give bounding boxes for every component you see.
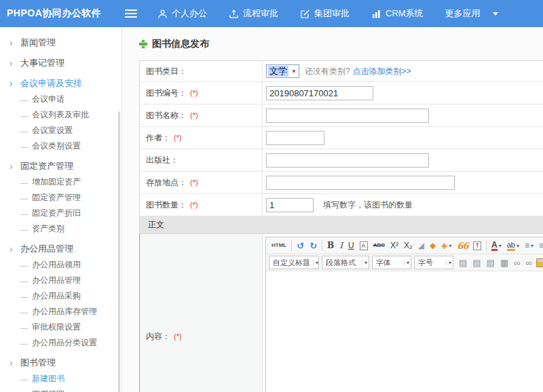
page-title-text: 图书信息发布: [152, 38, 209, 50]
sidebar-scrollbar[interactable]: [118, 111, 120, 392]
format-brush-icon[interactable]: ◆ ▾: [428, 239, 438, 252]
editor-toolbar-row1: HTML ▾ ▾: [266, 237, 543, 254]
sidebar-group-header[interactable]: › 新闻管理: [0, 35, 121, 51]
eraser-icon[interactable]: ◢ ▾: [416, 239, 426, 252]
paste-word-icon[interactable]: T ▾: [471, 239, 483, 252]
strikethrough-icon[interactable]: ABC ▾: [371, 239, 387, 252]
font-color-icon[interactable]: A ▾: [489, 239, 504, 252]
form-row-content: 内容： (*) HTML ▾: [140, 234, 543, 392]
nav-personal-office[interactable]: 个人办公: [157, 7, 207, 20]
autotypeset-icon[interactable]: ◈ ▾: [439, 239, 453, 252]
insert-table-icon[interactable]: ▦ ▾: [498, 256, 510, 269]
field-cell: [262, 149, 543, 171]
align-center-icon[interactable]: ▤ ▾: [470, 256, 483, 269]
unordered-list-icon[interactable]: ≡ ▾: [537, 239, 543, 252]
nav-label: CRM系统: [386, 7, 424, 20]
sidebar-item[interactable]: — 会议类别设置: [0, 138, 121, 154]
field-label: 图书类目：: [140, 61, 262, 81]
location-input[interactable]: [266, 176, 455, 190]
paragraph-format-select[interactable]: 段落格式 ▾: [322, 256, 369, 269]
menu-toggle-button[interactable]: [125, 9, 137, 18]
font-size-select[interactable]: 字号 ▾: [414, 256, 453, 269]
italic-icon[interactable]: I ▾: [337, 239, 345, 252]
author-input[interactable]: [266, 131, 324, 145]
unlink-icon[interactable]: ∞ ▾: [523, 256, 533, 269]
sidebar-item[interactable]: — 新建图书: [0, 371, 121, 387]
nav-more-apps[interactable]: 更多应用: [445, 7, 498, 20]
custom-title-select[interactable]: 自定义标题 ▾: [269, 256, 319, 269]
required-mark: (*): [190, 201, 198, 209]
align-left-icon[interactable]: ▤ ▾: [457, 256, 469, 269]
sidebar-item[interactable]: — 资产类别: [0, 221, 121, 237]
align-right-icon[interactable]: ▤ ▾: [485, 256, 497, 269]
superscript-icon[interactable]: X² ▾: [388, 239, 400, 252]
redo-icon[interactable]: ↻ ▾: [307, 239, 319, 252]
subscript-icon[interactable]: X₂ ▾: [402, 239, 415, 252]
quantity-input[interactable]: [266, 198, 314, 212]
editor-content-area[interactable]: [266, 271, 543, 392]
section-header: 正文: [140, 216, 543, 234]
chevron-down-icon: ▾: [313, 260, 318, 266]
category-note: 还没有类别?: [305, 66, 350, 77]
link-icon[interactable]: ∞ ▾: [512, 256, 522, 269]
chevron-down-icon: ▾: [446, 260, 451, 266]
sidebar-item[interactable]: — 图书管理: [0, 387, 121, 392]
top-navigation: 个人办公 流程审批 集团审批: [157, 7, 498, 20]
section-title: 正文: [148, 219, 164, 231]
sidebar-item[interactable]: — 会议列表及审批: [0, 107, 121, 123]
required-mark: (*): [174, 332, 182, 340]
book-name-input[interactable]: [266, 109, 429, 123]
sidebar-group-header[interactable]: › 会议申请及安排: [0, 75, 121, 92]
sidebar-group-label: 办公用品管理: [20, 243, 73, 255]
sidebar-item-label: 增加固定资产: [32, 176, 81, 188]
sidebar-item[interactable]: — 办公用品领用: [0, 257, 121, 273]
dash-icon: —: [20, 292, 28, 300]
underline-icon[interactable]: U ▾: [346, 239, 356, 252]
sidebar-item[interactable]: — 增加固定资产: [0, 174, 121, 190]
char-border-icon[interactable]: A ▾: [358, 239, 370, 252]
nav-workflow-approval[interactable]: 流程审批: [229, 7, 278, 20]
sidebar-group-header[interactable]: › 图书管理: [0, 355, 121, 371]
sidebar-group: › 会议申请及安排 — 会议申请 — 会议列表及审批: [0, 75, 121, 154]
sidebar-item[interactable]: — 审批权限设置: [0, 319, 121, 335]
required-mark: (*): [174, 134, 182, 142]
sidebar-item-label: 审批权限设置: [32, 321, 81, 333]
bold-icon[interactable]: B ▾: [325, 239, 336, 252]
undo-icon[interactable]: ↺ ▾: [295, 239, 306, 252]
person-icon: [157, 9, 168, 19]
image-icon[interactable]: ▾: [536, 258, 543, 267]
dash-icon: —: [20, 111, 28, 119]
chevron-right-icon: ›: [10, 358, 19, 368]
field-cell: [262, 104, 543, 126]
add-category-link[interactable]: 点击添加类别>>: [353, 66, 411, 77]
sidebar-item[interactable]: — 办公用品管理: [0, 273, 121, 288]
font-family-select[interactable]: 字体 ▾: [372, 256, 411, 269]
dash-icon: —: [20, 178, 28, 187]
field-cell: [262, 127, 543, 149]
html-source-icon[interactable]: HTML ▾: [269, 239, 288, 252]
sidebar-item[interactable]: — 会议申请: [0, 92, 121, 107]
sidebar-group-header[interactable]: › 办公用品管理: [0, 241, 121, 257]
sidebar-group-header[interactable]: › 固定资产管理: [0, 158, 121, 174]
nav-crm-system[interactable]: CRM系统: [371, 7, 424, 20]
field-label: 出版社： (*): [140, 149, 262, 171]
sidebar: › 新闻管理 › 大事记管理 › 会议申请及安排: [0, 27, 122, 392]
sidebar-item-label: 办公用品领用: [32, 259, 81, 271]
sidebar-item[interactable]: — 固定资产管理: [0, 190, 121, 205]
sidebar-item[interactable]: — 会议室设置: [0, 123, 121, 138]
nav-group-approval[interactable]: 集团审批: [300, 7, 350, 20]
sidebar-item[interactable]: — 办公用品采购: [0, 288, 121, 304]
sidebar-group-header[interactable]: › 大事记管理: [0, 55, 121, 71]
category-select[interactable]: 文学 ▼: [266, 64, 299, 78]
publisher-input[interactable]: [266, 153, 429, 168]
blockquote-icon[interactable]: 66 ▾: [455, 239, 470, 252]
sidebar-item-label: 办公用品库存管理: [32, 306, 97, 317]
sidebar-item[interactable]: — 办公用品分类设置: [0, 335, 121, 351]
ordered-list-icon[interactable]: ≡ ▾: [523, 239, 536, 252]
book-number-input[interactable]: [266, 86, 373, 100]
editor-toolbar-row2: 自定义标题 ▾ 段落格式 ▾: [266, 254, 543, 271]
highlight-color-icon[interactable]: ab ▾: [505, 239, 521, 252]
chevron-right-icon: ›: [10, 161, 19, 171]
sidebar-item[interactable]: — 固定资产折旧: [0, 205, 121, 221]
sidebar-item[interactable]: — 办公用品库存管理: [0, 304, 121, 319]
